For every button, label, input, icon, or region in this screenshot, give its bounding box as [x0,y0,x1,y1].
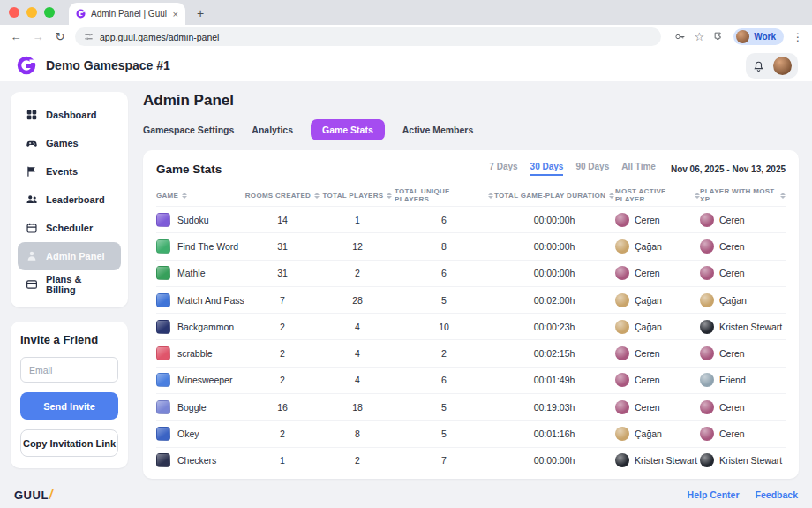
sidebar-item-plans-billing[interactable]: Plans & Billing [18,270,121,299]
url-bar[interactable]: app.guul.games/admin-panel [75,27,661,46]
most-active-player-cell: Çağan [615,239,700,254]
copy-invitation-link-button[interactable]: Copy Invitation Link [20,429,118,457]
browser-profile-chip[interactable]: Work [733,28,784,45]
table-row: Boggle1618500:19:03hCerenCeren [156,393,786,420]
column-header-5[interactable]: Most Active Player [615,187,700,203]
tab-gamespace-settings[interactable]: Gamespace Settings [143,119,234,140]
game-icon [156,427,170,441]
player-name: Ceren [719,402,745,413]
player-avatar [615,400,629,414]
most-active-player-cell: Çağan [615,320,700,334]
duration-cell: 00:01:16h [493,428,615,439]
date-range[interactable]: Nov 06, 2025 - Nov 13, 2025 [671,164,786,174]
send-invite-button[interactable]: Send Invite [20,392,118,420]
admin-user-icon [26,250,38,262]
game-icon [156,400,170,414]
sidebar-item-admin-panel[interactable]: Admin Panel [18,242,121,270]
player-avatar [615,373,629,387]
sidebar-item-label: Dashboard [46,110,96,120]
new-tab-button[interactable]: + [191,4,210,23]
column-header-6[interactable]: Player With Most XP [700,187,786,203]
tab-active-members[interactable]: Active Members [402,119,474,140]
rooms-created-cell: 1 [244,455,320,466]
site-info-icon [84,32,94,42]
close-window-button[interactable] [9,7,19,18]
close-tab-icon[interactable]: × [173,9,178,19]
notifications-bell-icon[interactable] [752,59,765,72]
player-avatar [615,213,629,227]
table-row: Sudoku141600:00:00hCerenCeren [156,206,786,232]
column-header-1[interactable]: Rooms Created [244,192,320,200]
total-players-cell: 4 [320,348,395,359]
range-filters: 7 Days 30 Days 90 Days All Time Nov 06, … [489,162,786,176]
game-cell: Backgammon [156,320,244,334]
people-icon [26,193,38,206]
game-name: Boggle [177,402,207,413]
rooms-created-cell: 14 [244,215,320,225]
player-avatar [615,293,629,307]
help-center-link[interactable]: Help Center [688,489,740,500]
filter-7-days[interactable]: 7 Days [489,162,517,176]
sidebar-item-scheduler[interactable]: Scheduler [18,214,121,242]
profile-label: Work [754,32,776,42]
bookmark-star-icon[interactable]: ☆ [695,30,705,43]
most-active-player-cell: Ceren [615,266,700,280]
player-name: Kristen Stewart [719,455,782,466]
most-xp-player-cell: Ceren [700,400,786,414]
user-avatar[interactable] [773,57,792,75]
total-players-cell: 8 [320,428,395,439]
browser-tab[interactable]: Admin Panel | Guul × [69,3,185,25]
sidebar-item-dashboard[interactable]: Dashboard [18,101,121,129]
reload-button[interactable]: ↻ [53,30,67,43]
column-header-3[interactable]: Total Unique Players [395,187,493,203]
sidebar-item-label: Events [46,166,78,177]
sidebar-item-leaderboard[interactable]: Leaderboard [18,186,121,214]
extensions-puzzle-icon[interactable] [713,31,725,42]
column-header-2[interactable]: Total Players [320,192,395,200]
filter-30-days[interactable]: 30 Days [530,162,564,176]
player-avatar [700,266,714,280]
calendar-icon [26,222,38,234]
gamepad-icon [26,137,38,149]
feedback-link[interactable]: Feedback [756,489,798,500]
invite-friend-card: Invite a Friend Send Invite Copy Invitat… [11,322,128,468]
player-avatar [700,239,714,254]
tab-game-stats[interactable]: Game Stats [311,119,385,140]
game-name: scrabble [177,348,213,359]
zoom-window-button[interactable] [44,7,55,18]
rooms-created-cell: 7 [244,295,320,306]
player-name: Kristen Stewart [719,322,782,332]
email-field[interactable] [20,357,118,383]
column-header-4[interactable]: Total Game-Play Duration [493,192,615,200]
tab-analytics[interactable]: Analytics [252,119,293,140]
filter-all-time[interactable]: All Time [621,162,656,176]
minimize-window-button[interactable] [26,7,37,18]
player-avatar [700,427,714,441]
game-cell: Match And Pass [156,293,244,307]
filter-90-days[interactable]: 90 Days [575,162,609,176]
total-unique-players-cell: 7 [395,455,493,466]
game-name: Minesweeper [177,375,232,385]
player-avatar [615,239,629,254]
most-active-player-cell: Ceren [615,346,700,360]
game-cell: Sudoku [156,213,244,227]
sidebar-item-games[interactable]: Games [18,129,121,157]
browser-window: Admin Panel | Guul × + ← → ↻ app.guul.ga… [0,0,812,508]
page-title: Admin Panel [143,92,799,110]
browser-menu-icon[interactable]: ⋮ [793,31,803,43]
game-icon [156,213,170,227]
back-button[interactable]: ← [9,30,23,43]
game-cell: Boggle [156,400,244,414]
forward-button[interactable]: → [31,30,45,43]
column-header-0[interactable]: Game [156,192,244,200]
player-name: Ceren [719,348,745,359]
player-avatar [700,453,714,467]
game-icon [156,239,170,254]
player-avatar [700,400,714,414]
column-header-label: Most Active Player [615,187,691,203]
duration-cell: 00:00:00h [493,215,615,225]
passwords-key-icon[interactable] [674,31,686,42]
player-avatar [615,453,629,467]
total-players-cell: 4 [320,375,395,385]
sidebar-item-events[interactable]: Events [18,157,121,186]
